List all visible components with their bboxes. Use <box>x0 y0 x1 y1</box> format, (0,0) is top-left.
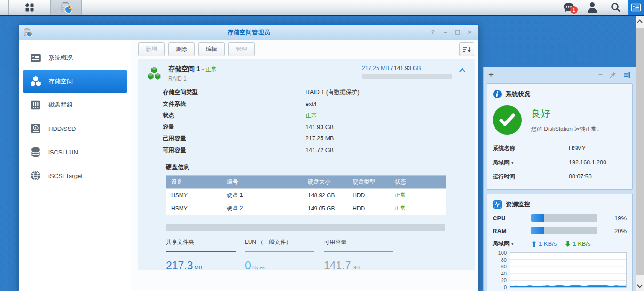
stat-lun: LUN （一般文件） 0Bytes <box>245 238 314 272</box>
cell-size: 148.92 GB <box>303 189 348 202</box>
widget-panel: + – <box>483 67 636 291</box>
row-label: 系统名称 <box>493 145 569 153</box>
y-tick: 60 <box>501 264 507 269</box>
sidebar-item-label: 存储空间 <box>48 77 73 86</box>
sidebar-item-storage-volume[interactable]: 存储空间 <box>23 70 127 93</box>
detail-label: 可用容量 <box>163 145 306 156</box>
edit-button[interactable]: 编辑 <box>198 42 225 56</box>
taskbar-divider <box>81 0 82 15</box>
storage-manager-window: 存储空间管理员 ? – ✕ <box>19 24 479 291</box>
volume-used-text: 217.25 MB <box>362 65 389 72</box>
system-health-widget: 系统状况 良好 您的 DiskStation 运转正常。 系统名称 HSMY 局… <box>487 83 633 190</box>
sidebar-item-label: iSCSI Target <box>48 172 83 179</box>
lan-row: 局域网▾ 1 KB/s 1 KB/s <box>493 240 627 248</box>
widget-panel-header: + – <box>484 67 636 82</box>
y-tick: 100 <box>498 250 507 256</box>
notification-badge: 1 <box>570 6 578 14</box>
collapse-button[interactable] <box>459 68 467 82</box>
disk-info-title: 硬盘信息 <box>166 163 475 171</box>
sort-button[interactable] <box>459 42 474 56</box>
health-message: 您的 DiskStation 运转正常。 <box>531 125 602 133</box>
user-menu-button[interactable] <box>581 0 604 15</box>
volume-title: 存储空间 1 - 正常 <box>168 65 217 73</box>
stat-label: LUN （一般文件） <box>245 238 314 246</box>
sort-icon <box>463 46 471 53</box>
cpu-bar <box>531 214 597 222</box>
caret-down-icon[interactable]: ▾ <box>511 161 514 165</box>
window-app-icon <box>23 28 32 37</box>
sidebar-item-iscsi-target[interactable]: iSCSI Target <box>19 164 131 187</box>
minimize-button[interactable]: – <box>440 28 450 37</box>
caret-down-icon[interactable]: ▾ <box>511 242 514 246</box>
health-state: 良好 <box>531 107 602 120</box>
taskbar: 1 <box>0 0 644 16</box>
info-row-uptime: 运行时间 00:07:50 <box>493 170 627 184</box>
window-title: 存储空间管理员 <box>19 25 478 40</box>
sidebar-item-disk-group[interactable]: 磁盘群组 <box>19 93 131 117</box>
manage-button[interactable]: 管理 <box>228 42 255 56</box>
notifications-button[interactable]: 1 <box>557 0 581 15</box>
table-row[interactable]: HSMY 硬盘 1 148.92 GB HDD 正常 <box>166 189 446 202</box>
create-button[interactable]: 新增 <box>138 42 165 56</box>
cell-status: 正常 <box>390 202 446 215</box>
detail-label: 已用容量 <box>163 133 306 145</box>
scrollbar-thumb[interactable] <box>636 28 644 275</box>
scroll-up-button[interactable] <box>636 16 644 26</box>
stat-unit: Bytes <box>252 265 266 270</box>
volume-status: 正常 <box>205 66 217 73</box>
ram-bar <box>531 227 597 234</box>
chart-y-axis: 100 80 60 40 20 0 <box>493 252 510 288</box>
table-row[interactable]: HSMY 硬盘 2 149.05 GB HDD 正常 <box>166 202 446 215</box>
stat-value: 141.7 <box>324 259 351 272</box>
usage-stats: 共享文件夹 217.3MB LUN （一般文件） 0Bytes 可用容量 141… <box>166 238 475 272</box>
stat-value: 217.3 <box>166 259 193 272</box>
delete-button[interactable]: 删除 <box>168 42 195 56</box>
cpu-row: CPU 19% <box>493 214 627 222</box>
stat-unit: GB <box>353 265 360 270</box>
ram-percent: 20% <box>614 227 627 234</box>
cell-type: HDD <box>348 202 390 215</box>
main-menu-button[interactable] <box>9 0 50 15</box>
sidebar-item-hdd-ssd[interactable]: HDD/SSD <box>19 117 131 140</box>
y-tick: 80 <box>501 257 507 263</box>
volume-name: 存储空间 1 <box>168 65 200 73</box>
volume-raid-type: RAID 1 <box>168 75 217 82</box>
pin-button[interactable] <box>609 71 617 79</box>
close-button[interactable]: ✕ <box>465 28 474 37</box>
column-header: 编号 <box>222 176 304 189</box>
widgets-toggle-icon <box>631 3 641 12</box>
cell-number: 硬盘 2 <box>222 202 304 215</box>
stat-underline <box>245 251 314 252</box>
window-titlebar[interactable]: 存储空间管理员 ? – ✕ <box>19 24 478 40</box>
add-widget-button[interactable]: + <box>488 70 494 80</box>
maximize-button[interactable] <box>453 28 462 37</box>
main-content: 新增 删除 编辑 管理 <box>131 40 478 290</box>
storage-manager-app-icon <box>60 1 72 14</box>
cell-device: HSMY <box>166 189 222 202</box>
cpu-bar-fill <box>531 214 544 222</box>
detail-label: 状态 <box>163 110 306 121</box>
cpu-label: CPU <box>493 215 531 222</box>
dock-panel-button[interactable] <box>623 72 631 78</box>
ram-label: RAM <box>493 227 531 234</box>
iscsi-lun-icon <box>30 146 42 158</box>
detail-value: 217.25 MB <box>306 133 334 145</box>
scroll-down-button[interactable] <box>636 282 644 291</box>
storage-manager-taskbar-button[interactable] <box>51 0 81 15</box>
sidebar-item-system-overview[interactable]: 系统概况 <box>19 46 131 70</box>
detail-value-status: 正常 <box>306 110 317 121</box>
stat-value: 0 <box>245 259 251 272</box>
widget-title: 资源监控 <box>506 200 530 209</box>
widgets-toggle-button[interactable] <box>628 0 644 15</box>
resource-monitor-widget: 资源监控 CPU 19% RAM 20% 局域网▾ 1 KB/s <box>487 194 633 291</box>
search-button[interactable] <box>604 0 628 15</box>
cpu-percent: 19% <box>614 215 627 222</box>
stat-underline <box>166 251 236 252</box>
sidebar-item-iscsi-lun[interactable]: iSCSI LUN <box>19 140 131 164</box>
health-check-icon <box>493 105 522 135</box>
stat-underline <box>324 251 393 252</box>
minimize-widgets-button[interactable]: – <box>598 71 603 79</box>
desktop-scrollbar[interactable] <box>636 16 644 291</box>
disk-table: 设备 编号 硬盘大小 硬盘类型 状态 HSMY 硬盘 1 148.92 GB H <box>166 175 446 215</box>
help-button[interactable]: ? <box>428 28 438 37</box>
